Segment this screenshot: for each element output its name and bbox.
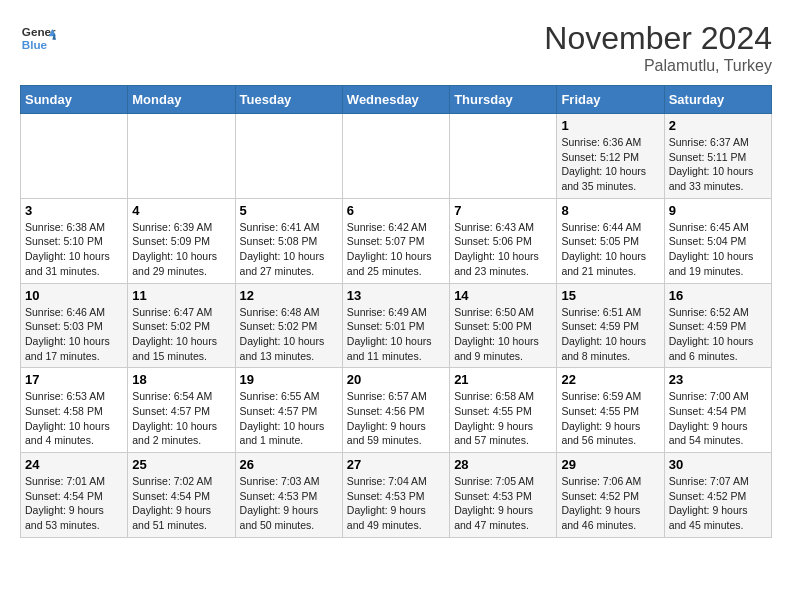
calendar-cell: 6Sunrise: 6:42 AM Sunset: 5:07 PM Daylig… (342, 198, 449, 283)
day-info: Sunrise: 6:49 AM Sunset: 5:01 PM Dayligh… (347, 305, 445, 364)
weekday-header: Friday (557, 86, 664, 114)
day-info: Sunrise: 6:37 AM Sunset: 5:11 PM Dayligh… (669, 135, 767, 194)
calendar-cell: 13Sunrise: 6:49 AM Sunset: 5:01 PM Dayli… (342, 283, 449, 368)
day-number: 30 (669, 457, 767, 472)
weekday-header: Thursday (450, 86, 557, 114)
day-number: 15 (561, 288, 659, 303)
day-info: Sunrise: 7:06 AM Sunset: 4:52 PM Dayligh… (561, 474, 659, 533)
day-info: Sunrise: 6:51 AM Sunset: 4:59 PM Dayligh… (561, 305, 659, 364)
day-info: Sunrise: 6:38 AM Sunset: 5:10 PM Dayligh… (25, 220, 123, 279)
day-number: 4 (132, 203, 230, 218)
day-info: Sunrise: 7:03 AM Sunset: 4:53 PM Dayligh… (240, 474, 338, 533)
day-number: 25 (132, 457, 230, 472)
day-number: 20 (347, 372, 445, 387)
day-info: Sunrise: 6:50 AM Sunset: 5:00 PM Dayligh… (454, 305, 552, 364)
day-info: Sunrise: 6:47 AM Sunset: 5:02 PM Dayligh… (132, 305, 230, 364)
day-info: Sunrise: 6:57 AM Sunset: 4:56 PM Dayligh… (347, 389, 445, 448)
calendar-cell (342, 114, 449, 199)
calendar-cell: 21Sunrise: 6:58 AM Sunset: 4:55 PM Dayli… (450, 368, 557, 453)
calendar-cell: 1Sunrise: 6:36 AM Sunset: 5:12 PM Daylig… (557, 114, 664, 199)
location-subtitle: Palamutlu, Turkey (544, 57, 772, 75)
day-number: 9 (669, 203, 767, 218)
calendar-cell (450, 114, 557, 199)
day-number: 14 (454, 288, 552, 303)
calendar-cell: 27Sunrise: 7:04 AM Sunset: 4:53 PM Dayli… (342, 453, 449, 538)
day-number: 19 (240, 372, 338, 387)
day-info: Sunrise: 6:43 AM Sunset: 5:06 PM Dayligh… (454, 220, 552, 279)
day-number: 13 (347, 288, 445, 303)
calendar-cell: 28Sunrise: 7:05 AM Sunset: 4:53 PM Dayli… (450, 453, 557, 538)
day-info: Sunrise: 7:00 AM Sunset: 4:54 PM Dayligh… (669, 389, 767, 448)
calendar-cell: 15Sunrise: 6:51 AM Sunset: 4:59 PM Dayli… (557, 283, 664, 368)
day-number: 28 (454, 457, 552, 472)
calendar-cell (128, 114, 235, 199)
day-number: 23 (669, 372, 767, 387)
calendar-cell: 30Sunrise: 7:07 AM Sunset: 4:52 PM Dayli… (664, 453, 771, 538)
day-number: 21 (454, 372, 552, 387)
calendar-cell: 29Sunrise: 7:06 AM Sunset: 4:52 PM Dayli… (557, 453, 664, 538)
weekday-header: Sunday (21, 86, 128, 114)
day-number: 11 (132, 288, 230, 303)
day-number: 29 (561, 457, 659, 472)
day-info: Sunrise: 6:52 AM Sunset: 4:59 PM Dayligh… (669, 305, 767, 364)
weekday-header: Saturday (664, 86, 771, 114)
day-info: Sunrise: 6:54 AM Sunset: 4:57 PM Dayligh… (132, 389, 230, 448)
calendar-cell: 18Sunrise: 6:54 AM Sunset: 4:57 PM Dayli… (128, 368, 235, 453)
svg-text:Blue: Blue (22, 38, 48, 51)
weekday-header: Tuesday (235, 86, 342, 114)
day-number: 17 (25, 372, 123, 387)
day-number: 1 (561, 118, 659, 133)
day-number: 8 (561, 203, 659, 218)
calendar-cell: 26Sunrise: 7:03 AM Sunset: 4:53 PM Dayli… (235, 453, 342, 538)
calendar-cell: 23Sunrise: 7:00 AM Sunset: 4:54 PM Dayli… (664, 368, 771, 453)
calendar-cell: 22Sunrise: 6:59 AM Sunset: 4:55 PM Dayli… (557, 368, 664, 453)
day-info: Sunrise: 6:48 AM Sunset: 5:02 PM Dayligh… (240, 305, 338, 364)
calendar-cell: 4Sunrise: 6:39 AM Sunset: 5:09 PM Daylig… (128, 198, 235, 283)
calendar-cell: 7Sunrise: 6:43 AM Sunset: 5:06 PM Daylig… (450, 198, 557, 283)
svg-text:General: General (22, 25, 56, 38)
calendar-cell: 14Sunrise: 6:50 AM Sunset: 5:00 PM Dayli… (450, 283, 557, 368)
day-number: 27 (347, 457, 445, 472)
weekday-header: Monday (128, 86, 235, 114)
day-info: Sunrise: 6:36 AM Sunset: 5:12 PM Dayligh… (561, 135, 659, 194)
calendar-cell: 8Sunrise: 6:44 AM Sunset: 5:05 PM Daylig… (557, 198, 664, 283)
day-number: 5 (240, 203, 338, 218)
calendar-cell: 2Sunrise: 6:37 AM Sunset: 5:11 PM Daylig… (664, 114, 771, 199)
calendar-cell: 24Sunrise: 7:01 AM Sunset: 4:54 PM Dayli… (21, 453, 128, 538)
calendar-cell: 20Sunrise: 6:57 AM Sunset: 4:56 PM Dayli… (342, 368, 449, 453)
calendar-cell: 17Sunrise: 6:53 AM Sunset: 4:58 PM Dayli… (21, 368, 128, 453)
calendar-cell (21, 114, 128, 199)
day-number: 16 (669, 288, 767, 303)
calendar-cell (235, 114, 342, 199)
weekday-header: Wednesday (342, 86, 449, 114)
title-block: November 2024 Palamutlu, Turkey (544, 20, 772, 75)
day-info: Sunrise: 6:41 AM Sunset: 5:08 PM Dayligh… (240, 220, 338, 279)
day-info: Sunrise: 6:55 AM Sunset: 4:57 PM Dayligh… (240, 389, 338, 448)
day-info: Sunrise: 6:59 AM Sunset: 4:55 PM Dayligh… (561, 389, 659, 448)
calendar-table: SundayMondayTuesdayWednesdayThursdayFrid… (20, 85, 772, 538)
calendar-cell: 9Sunrise: 6:45 AM Sunset: 5:04 PM Daylig… (664, 198, 771, 283)
day-info: Sunrise: 7:05 AM Sunset: 4:53 PM Dayligh… (454, 474, 552, 533)
month-title: November 2024 (544, 20, 772, 57)
day-number: 7 (454, 203, 552, 218)
calendar-cell: 19Sunrise: 6:55 AM Sunset: 4:57 PM Dayli… (235, 368, 342, 453)
calendar-cell: 25Sunrise: 7:02 AM Sunset: 4:54 PM Dayli… (128, 453, 235, 538)
calendar-cell: 11Sunrise: 6:47 AM Sunset: 5:02 PM Dayli… (128, 283, 235, 368)
day-info: Sunrise: 6:45 AM Sunset: 5:04 PM Dayligh… (669, 220, 767, 279)
day-info: Sunrise: 7:02 AM Sunset: 4:54 PM Dayligh… (132, 474, 230, 533)
day-info: Sunrise: 6:53 AM Sunset: 4:58 PM Dayligh… (25, 389, 123, 448)
day-number: 10 (25, 288, 123, 303)
day-info: Sunrise: 7:01 AM Sunset: 4:54 PM Dayligh… (25, 474, 123, 533)
day-number: 12 (240, 288, 338, 303)
day-number: 2 (669, 118, 767, 133)
day-info: Sunrise: 6:42 AM Sunset: 5:07 PM Dayligh… (347, 220, 445, 279)
calendar-cell: 16Sunrise: 6:52 AM Sunset: 4:59 PM Dayli… (664, 283, 771, 368)
calendar-cell: 10Sunrise: 6:46 AM Sunset: 5:03 PM Dayli… (21, 283, 128, 368)
calendar-header: SundayMondayTuesdayWednesdayThursdayFrid… (21, 86, 772, 114)
day-info: Sunrise: 6:46 AM Sunset: 5:03 PM Dayligh… (25, 305, 123, 364)
calendar-cell: 3Sunrise: 6:38 AM Sunset: 5:10 PM Daylig… (21, 198, 128, 283)
day-info: Sunrise: 7:04 AM Sunset: 4:53 PM Dayligh… (347, 474, 445, 533)
day-number: 26 (240, 457, 338, 472)
day-number: 3 (25, 203, 123, 218)
calendar-cell: 5Sunrise: 6:41 AM Sunset: 5:08 PM Daylig… (235, 198, 342, 283)
